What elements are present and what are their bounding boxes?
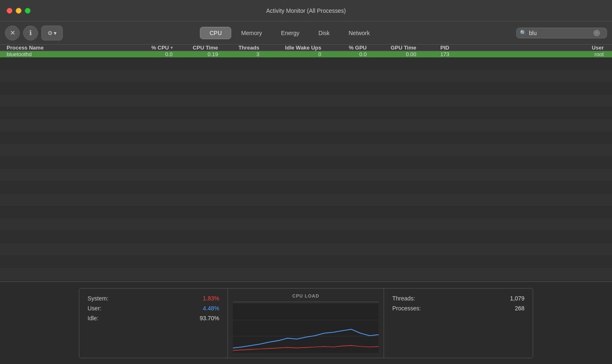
stat-system-value: 1.83% [203, 295, 219, 302]
stat-threads-label: Threads: [392, 295, 415, 302]
clear-icon: ✕ [595, 31, 598, 35]
cell-gpu-time: 0.00 [367, 51, 416, 57]
cpu-load-panel: CPU LOAD [228, 288, 384, 358]
col-header-user[interactable]: User [449, 45, 609, 51]
tab-energy[interactable]: Energy [272, 27, 308, 39]
stat-user-label: User: [88, 305, 101, 312]
cell-pid: 173 [416, 51, 449, 57]
cell-cpu-pct: 0.0 [119, 51, 173, 57]
minimize-button[interactable] [16, 8, 21, 14]
chart-divider [233, 302, 379, 302]
bottom-inner: System: 1.83% User: 4.48% Idle: 93.70% C… [79, 288, 533, 358]
col-header-pid[interactable]: PID [416, 45, 449, 51]
cpu-load-chart [233, 304, 379, 353]
close-process-button[interactable]: ✕ [5, 26, 20, 40]
col-header-gpu[interactable]: % GPU [321, 45, 367, 51]
svg-rect-0 [233, 304, 379, 353]
gear-icon: ⚙ [47, 30, 53, 36]
stat-idle-value: 93.70% [200, 315, 219, 321]
empty-stripe-row [0, 194, 612, 206]
gear-button[interactable]: ⚙ ▾ [41, 26, 63, 40]
search-input[interactable] [529, 30, 591, 36]
cell-cpu-time: 0.19 [173, 51, 218, 57]
empty-stripe-row [0, 218, 612, 231]
col-user-label: User [592, 45, 604, 51]
empty-stripe-row [0, 107, 612, 119]
col-header-cpu-time[interactable]: CPU Time [173, 45, 218, 51]
tab-disk[interactable]: Disk [309, 27, 339, 39]
stat-processes-value: 268 [515, 305, 524, 312]
stat-user-value: 4.48% [203, 305, 219, 312]
cell-gpu-pct: 0.0 [321, 51, 367, 57]
table-header: Process Name % CPU ▾ CPU Time Threads Id… [0, 45, 612, 51]
empty-stripe-row [0, 57, 612, 70]
col-process-label: Process Name [7, 45, 44, 51]
bottom-panel: System: 1.83% User: 4.48% Idle: 93.70% C… [0, 281, 612, 364]
empty-stripe-row [0, 268, 612, 280]
empty-stripe-row [0, 255, 612, 268]
empty-stripe-row [0, 119, 612, 132]
info-icon: ℹ [29, 29, 32, 37]
search-icon: 🔍 [520, 30, 527, 36]
empty-stripe-row [0, 82, 612, 95]
stat-threads-value: 1,079 [510, 295, 524, 302]
search-clear-button[interactable]: ✕ [593, 30, 600, 36]
empty-stripe-row [0, 132, 612, 144]
empty-rows [0, 57, 612, 281]
chart-area [233, 304, 379, 353]
cell-threads: 3 [218, 51, 259, 57]
stat-threads-row: Threads: 1,079 [392, 295, 524, 302]
stat-idle-row: Idle: 93.70% [88, 315, 219, 321]
cell-user: root [449, 51, 609, 57]
tab-cpu[interactable]: CPU [200, 27, 231, 39]
stat-processes-label: Processes: [392, 305, 421, 312]
tab-network[interactable]: Network [339, 27, 379, 39]
empty-stripe-row [0, 144, 612, 156]
table-row[interactable]: bluetoothd 0.0 0.19 3 0 0.0 0.00 173 roo… [0, 51, 612, 57]
search-container: 🔍 ✕ [516, 28, 607, 38]
cpu-load-title: CPU LOAD [292, 293, 319, 298]
stat-processes-row: Processes: 268 [392, 305, 524, 312]
col-gpu-label: % GPU [349, 45, 367, 51]
col-header-idle[interactable]: Idle Wake Ups [259, 45, 321, 51]
traffic-lights [7, 8, 31, 14]
maximize-button[interactable] [25, 8, 31, 14]
col-gpu-time-label: GPU Time [391, 45, 416, 51]
tab-memory[interactable]: Memory [232, 27, 271, 39]
col-threads-label: Threads [238, 45, 259, 51]
close-button[interactable] [7, 8, 12, 14]
close-process-icon: ✕ [10, 29, 15, 37]
window-title: Activity Monitor (All Processes) [266, 7, 346, 14]
empty-stripe-row [0, 156, 612, 169]
empty-stripe-row [0, 70, 612, 82]
right-stats: Threads: 1,079 Processes: 268 [384, 288, 533, 358]
col-pid-label: PID [440, 45, 449, 51]
col-cpu-time-label: CPU Time [193, 45, 218, 51]
stat-system-row: System: 1.83% [88, 295, 219, 302]
stat-system-label: System: [88, 295, 109, 302]
tab-bar: CPU Memory Energy Disk Network [66, 27, 513, 39]
title-bar: Activity Monitor (All Processes) [0, 0, 612, 21]
col-idle-label: Idle Wake Ups [285, 45, 321, 51]
empty-stripe-row [0, 243, 612, 255]
gear-arrow-icon: ▾ [54, 30, 57, 36]
empty-stripe-row [0, 169, 612, 181]
empty-stripe-row [0, 231, 612, 243]
col-cpu-label: % CPU [151, 45, 169, 51]
stats-panel: System: 1.83% User: 4.48% Idle: 93.70% [79, 288, 228, 358]
stat-idle-label: Idle: [88, 315, 98, 321]
toolbar: ✕ ℹ ⚙ ▾ CPU Memory Energy Disk Network 🔍… [0, 21, 612, 45]
col-header-threads[interactable]: Threads [218, 45, 259, 51]
empty-stripe-row [0, 181, 612, 194]
cell-process: bluetoothd [3, 51, 119, 57]
col-header-gpu-time[interactable]: GPU Time [367, 45, 416, 51]
empty-stripe-row [0, 206, 612, 218]
cell-idle-wake: 0 [259, 51, 321, 57]
stat-user-row: User: 4.48% [88, 305, 219, 312]
empty-stripe-row [0, 95, 612, 107]
table-area: Process Name % CPU ▾ CPU Time Threads Id… [0, 45, 612, 281]
col-header-process[interactable]: Process Name [3, 45, 119, 51]
col-header-cpu[interactable]: % CPU ▾ [119, 45, 173, 51]
info-button[interactable]: ℹ [23, 26, 38, 40]
main-content: Process Name % CPU ▾ CPU Time Threads Id… [0, 45, 612, 364]
